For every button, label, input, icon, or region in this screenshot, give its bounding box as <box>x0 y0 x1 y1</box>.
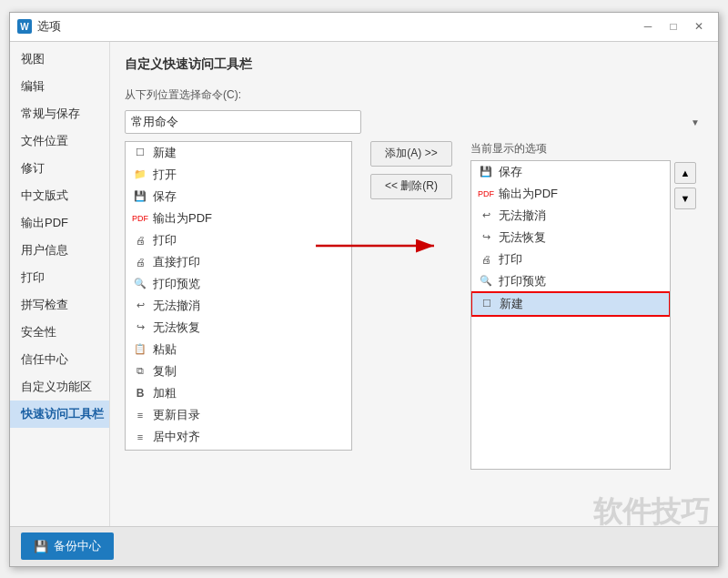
toc-icon: ≡ <box>133 408 147 422</box>
sidebar-item-view[interactable]: 视图 <box>10 46 109 73</box>
list-item[interactable]: 🖨 打印 <box>126 229 351 251</box>
dialog-body: 视图 编辑 常规与保存 文件位置 修订 中文版式 输出PDF 用户信息 打印 拼… <box>10 42 718 526</box>
move-down-button[interactable]: ▼ <box>674 188 696 209</box>
sidebar: 视图 编辑 常规与保存 文件位置 修订 中文版式 输出PDF 用户信息 打印 拼… <box>10 42 110 526</box>
print-icon: 🖨 <box>479 252 493 267</box>
sidebar-item-chinese[interactable]: 中文版式 <box>10 182 109 209</box>
sidebar-item-custom-ribbon[interactable]: 自定义功能区 <box>10 373 109 401</box>
sidebar-item-security[interactable]: 安全性 <box>10 319 109 346</box>
minimize-button[interactable]: ─ <box>636 16 660 36</box>
list-item[interactable]: 💾 保存 <box>126 186 351 208</box>
paste-icon: 📋 <box>133 342 147 357</box>
save-icon: 💾 <box>133 189 147 204</box>
bold-icon: B <box>133 386 147 401</box>
left-list-panel: ☐ 新建 📁 打开 💾 保存 <box>125 141 352 451</box>
print-icon: 🖨 <box>133 233 147 248</box>
dropdown-arrow-icon: ▼ <box>691 117 700 127</box>
up-down-buttons: ▲ ▼ <box>674 160 696 470</box>
sidebar-item-user-info[interactable]: 用户信息 <box>10 237 109 264</box>
file-icon: ☐ <box>480 297 494 311</box>
list-item[interactable]: 💾 保存 <box>471 161 670 183</box>
list-item[interactable]: 📁 打开 <box>126 164 351 186</box>
maximize-button[interactable]: □ <box>662 16 685 36</box>
pdf-icon: PDF <box>133 211 147 226</box>
commands-dropdown[interactable]: 常用命令 所有命令 宏 文件 开始 <box>125 110 361 134</box>
commands-list[interactable]: ☐ 新建 📁 打开 💾 保存 <box>125 141 352 451</box>
file-icon: ☐ <box>133 146 147 160</box>
section-title: 自定义快速访问工具栏 <box>125 56 703 73</box>
options-dialog: W 选项 ─ □ ✕ 视图 编辑 常规与保存 文件位置 修订 中文版式 输出PD… <box>9 12 719 567</box>
list-item[interactable]: ☐ 新建 <box>126 142 351 164</box>
sidebar-item-spelling[interactable]: 拼写检查 <box>10 291 109 319</box>
copy-icon: ⧉ <box>133 364 147 379</box>
save-icon: 💾 <box>479 165 493 179</box>
print-direct-icon: 🖨 <box>133 255 147 269</box>
sidebar-item-trust-center[interactable]: 信任中心 <box>10 346 109 373</box>
sidebar-item-revision[interactable]: 修订 <box>10 155 109 182</box>
folder-icon: 📁 <box>133 167 147 182</box>
sidebar-item-edit[interactable]: 编辑 <box>10 73 109 100</box>
print-preview-icon: 🔍 <box>133 277 147 291</box>
print-preview-icon: 🔍 <box>479 274 493 289</box>
list-item[interactable]: PDF 输出为PDF <box>126 208 351 229</box>
title-bar-controls: ─ □ ✕ <box>636 16 711 36</box>
list-item[interactable]: 🔍 打印预览 <box>471 270 670 292</box>
list-item[interactable]: ↩ 无法撤消 <box>126 295 351 317</box>
pdf-icon: PDF <box>479 187 493 201</box>
list-item[interactable]: ⧉ 复制 <box>126 360 351 382</box>
list-item[interactable]: ↪ 无法恢复 <box>471 227 670 248</box>
list-item[interactable]: PDF 输出为PDF <box>471 183 670 205</box>
title-bar: W 选项 ─ □ ✕ <box>10 13 718 42</box>
sidebar-item-quick-access[interactable]: 快速访问工具栏 <box>10 401 109 428</box>
redo-icon: ↪ <box>479 230 493 245</box>
list-item[interactable]: ↩ 无法撤消 <box>471 205 670 227</box>
bottom-bar: 💾 备份中心 <box>10 526 718 566</box>
right-list-with-buttons: 💾 保存 PDF 输出为PDF ↩ 无法撤消 <box>470 160 696 470</box>
lists-container: ☐ 新建 📁 打开 💾 保存 <box>125 141 703 512</box>
backup-label: 备份中心 <box>54 538 101 554</box>
remove-button[interactable]: << 删除(R) <box>370 174 452 199</box>
backup-icon: 💾 <box>34 540 48 553</box>
current-label: 当前显示的选项 <box>470 141 696 157</box>
sidebar-item-file-location[interactable]: 文件位置 <box>10 127 109 155</box>
list-item[interactable]: ↪ 无法恢复 <box>126 317 351 339</box>
align-center-icon: ≡ <box>133 430 147 444</box>
title-bar-left: W 选项 <box>17 18 61 35</box>
commands-dropdown-wrapper: 常用命令 所有命令 宏 文件 开始 ▼ <box>125 110 703 134</box>
dialog-title: 选项 <box>37 18 61 35</box>
list-item[interactable]: 🖨 打印 <box>471 248 670 270</box>
add-button[interactable]: 添加(A) >> <box>370 141 452 167</box>
list-item[interactable]: 🔍 打印预览 <box>126 273 351 295</box>
list-item[interactable]: 🖌 格式刷 <box>126 448 351 451</box>
undo-icon: ↩ <box>133 299 147 313</box>
list-item[interactable]: ≡ 更新目录 <box>126 404 351 426</box>
undo-icon: ↩ <box>479 208 493 223</box>
sidebar-item-general[interactable]: 常规与保存 <box>10 100 109 127</box>
list-item[interactable]: 🖨 直接打印 <box>126 251 351 273</box>
backup-button[interactable]: 💾 备份中心 <box>21 532 114 560</box>
app-icon: W <box>17 19 32 34</box>
sidebar-item-print[interactable]: 打印 <box>10 264 109 291</box>
toolbar-section: 从下列位置选择命令(C): 常用命令 所有命令 宏 文件 开始 ▼ <box>125 87 703 512</box>
commands-label: 从下列位置选择命令(C): <box>125 87 703 103</box>
list-item[interactable]: 📋 粘贴 <box>126 339 351 360</box>
current-list[interactable]: 💾 保存 PDF 输出为PDF ↩ 无法撤消 <box>470 160 671 470</box>
sidebar-item-output-pdf[interactable]: 输出PDF <box>10 209 109 237</box>
list-item-new[interactable]: ☐ 新建 <box>471 292 670 316</box>
main-content: 自定义快速访问工具栏 从下列位置选择命令(C): 常用命令 所有命令 宏 文件 … <box>110 42 718 526</box>
list-item[interactable]: B 加粗 <box>126 382 351 404</box>
close-button[interactable]: ✕ <box>687 16 711 36</box>
right-section: 当前显示的选项 💾 保存 PDF 输出为PDF <box>470 141 696 470</box>
redo-icon: ↪ <box>133 320 147 335</box>
list-item[interactable]: ≡ 居中对齐 <box>126 426 351 448</box>
move-up-button[interactable]: ▲ <box>674 162 696 184</box>
middle-buttons: 添加(A) >> << 删除(R) <box>363 141 460 199</box>
